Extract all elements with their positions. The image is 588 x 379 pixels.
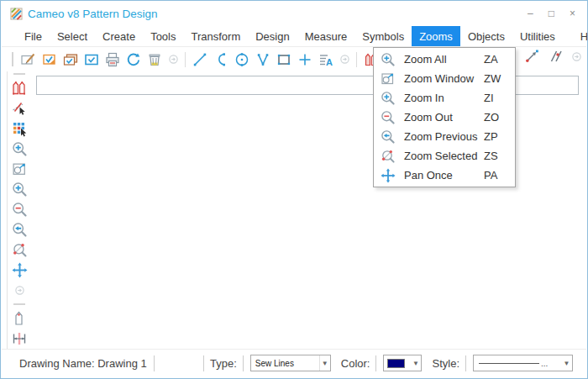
- toolbar-separator: [356, 52, 357, 67]
- zoom-previous-button[interactable]: [11, 221, 28, 238]
- circle-tool-button[interactable]: [234, 51, 250, 68]
- zoom-out-button[interactable]: [11, 201, 28, 218]
- menu-measure[interactable]: Measure: [297, 26, 355, 46]
- menu-help[interactable]: Help: [573, 26, 588, 46]
- undo-button[interactable]: [125, 51, 142, 68]
- zoom-selected-icon: [12, 242, 28, 258]
- pan-once-icon: [380, 168, 396, 183]
- line-tool-button[interactable]: [192, 51, 208, 68]
- left-toolbar: [9, 71, 29, 367]
- color-swatch: [387, 359, 405, 368]
- overflow-icon: [168, 54, 179, 65]
- open-multiple-button[interactable]: [62, 51, 79, 68]
- statusbar-divider: [243, 355, 244, 371]
- pattern-pieces-button[interactable]: [11, 80, 28, 97]
- toolbar-overflow-button[interactable]: [570, 48, 582, 65]
- svg-text:A: A: [326, 57, 333, 67]
- menu-item-zoom-out[interactable]: Zoom Out ZO: [374, 108, 515, 127]
- stretch-point-tool-button[interactable]: [523, 48, 540, 65]
- style-select[interactable]: ... ▼: [473, 355, 573, 371]
- menu-item-pan-once[interactable]: Pan Once PA: [374, 166, 515, 185]
- style-ellipsis: ...: [541, 359, 548, 368]
- rectangle-tool-button[interactable]: [276, 51, 292, 68]
- type-select[interactable]: Sew Lines ▼: [250, 355, 331, 371]
- open-drawing-button[interactable]: [41, 51, 58, 68]
- type-select-value: Sew Lines: [255, 359, 294, 368]
- menu-item-zoom-all[interactable]: Zoom All ZA: [374, 50, 515, 69]
- toolbar-overflow-button[interactable]: [13, 282, 25, 298]
- zoom-in-button[interactable]: [11, 181, 28, 197]
- close-button[interactable]: ×: [570, 8, 575, 18]
- pan-once-icon: [12, 262, 28, 278]
- text-tool-button[interactable]: A: [318, 51, 334, 68]
- menu-item-shortcut: ZO: [484, 111, 504, 124]
- menu-objects[interactable]: Objects: [460, 26, 512, 46]
- menu-item-label: Zoom All: [404, 53, 447, 66]
- delete-button[interactable]: [146, 51, 163, 68]
- menu-utilities[interactable]: Utilities: [512, 26, 563, 46]
- overflow-icon: [571, 51, 582, 62]
- overflow-icon: [14, 285, 25, 296]
- polyline-tool-icon: [255, 51, 271, 68]
- toolbar-overflow-button[interactable]: [339, 51, 350, 68]
- arc-tool-icon: [213, 51, 229, 68]
- zoom-out-icon: [12, 202, 28, 218]
- toolbar-grip[interactable]: [12, 52, 13, 66]
- menu-tools[interactable]: Tools: [143, 26, 183, 46]
- menu-design[interactable]: Design: [248, 26, 297, 46]
- menu-item-label: Zoom Previous: [404, 130, 477, 143]
- save-drawing-button[interactable]: [83, 51, 100, 68]
- menu-item-zoom-previous[interactable]: Zoom Previous ZP: [374, 127, 515, 146]
- chevron-down-icon: ▼: [319, 355, 330, 371]
- maximize-button[interactable]: □: [549, 8, 554, 18]
- point-tool-button[interactable]: [297, 51, 313, 68]
- menu-item-zoom-window[interactable]: Zoom Window ZW: [374, 69, 515, 88]
- zoom-previous-icon: [380, 129, 396, 145]
- circle-tool-icon: [234, 51, 250, 68]
- zooms-dropdown-menu: Zoom All ZA Zoom Window ZW: [373, 47, 516, 187]
- zoom-window-button[interactable]: [11, 161, 28, 177]
- grid-select-button[interactable]: [11, 120, 28, 137]
- app-logo-icon: [10, 8, 23, 20]
- menu-item-shortcut: PA: [484, 169, 504, 182]
- polyline-tool-button[interactable]: [255, 51, 271, 68]
- minimize-button[interactable]: –: [528, 8, 533, 18]
- pattern-piece-button[interactable]: [11, 310, 28, 327]
- chevron-down-icon: ▼: [410, 355, 421, 371]
- print-button[interactable]: [104, 51, 121, 68]
- zoom-window-icon: [12, 161, 28, 177]
- menu-select[interactable]: Select: [50, 26, 95, 46]
- measure-button[interactable]: [11, 330, 28, 347]
- menu-transform[interactable]: Transform: [183, 26, 248, 46]
- color-label: Color:: [341, 357, 370, 370]
- menu-create[interactable]: Create: [95, 26, 143, 46]
- zoom-window-icon: [380, 71, 396, 87]
- toolbar-grip[interactable]: [13, 73, 25, 75]
- stretch-point-icon: [523, 48, 540, 65]
- menu-item-zoom-in[interactable]: Zoom In ZI: [374, 88, 515, 108]
- toolbar-overflow-button[interactable]: [167, 51, 179, 68]
- measure-icon: [11, 330, 28, 347]
- zoom-in-icon: [380, 91, 396, 106]
- menu-file[interactable]: File: [17, 26, 50, 46]
- new-drawing-button[interactable]: [20, 51, 37, 68]
- statusbar-divider: [465, 355, 466, 371]
- app-window: Cameo v8 Pattern Design – □ × File Selec…: [0, 0, 588, 379]
- zoom-out-icon: [380, 110, 396, 125]
- pattern-pieces-icon: [11, 80, 28, 97]
- parallel-copy-tool-button[interactable]: [547, 48, 564, 65]
- edit-selection-icon: [11, 100, 28, 117]
- zoom-all-button[interactable]: [11, 140, 28, 157]
- color-select[interactable]: ▼: [383, 355, 422, 371]
- menu-symbols[interactable]: Symbols: [354, 26, 412, 46]
- menu-item-zoom-selected[interactable]: Zoom Selected ZS: [374, 146, 515, 166]
- zoom-selected-button[interactable]: [11, 241, 28, 258]
- menu-item-shortcut: ZI: [484, 92, 504, 104]
- grid-select-icon: [11, 120, 28, 137]
- arc-tool-button[interactable]: [213, 51, 229, 68]
- edit-selection-button[interactable]: [11, 100, 28, 117]
- menu-item-shortcut: ZA: [484, 53, 504, 66]
- menu-zooms[interactable]: Zooms: [412, 26, 460, 46]
- open-drawing-icon: [41, 51, 58, 68]
- pan-once-button[interactable]: [11, 261, 28, 278]
